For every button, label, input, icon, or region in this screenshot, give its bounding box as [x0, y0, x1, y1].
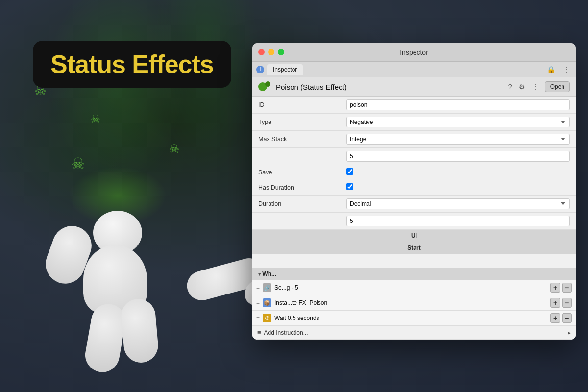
settings-button[interactable]: ⚙ [517, 82, 527, 92]
badge-title: Status Effects [50, 49, 214, 79]
add-instruction-arrow: ▸ [568, 329, 571, 336]
id-field-row: ID [252, 97, 576, 114]
instruction-actions-2: + − [550, 298, 572, 308]
ui-section-header: UI [252, 230, 576, 242]
save-value-container [346, 168, 570, 177]
tabbar: i Inspector 🔒 ⋮ [252, 62, 576, 77]
duration-select[interactable]: Decimal Integer String [346, 198, 570, 209]
max-stack-value-container: Integer Float String [346, 134, 570, 145]
max-stack-number-input[interactable] [346, 151, 570, 162]
robot-leg-right [120, 297, 159, 364]
instruction-icon-2: 📦 [263, 298, 271, 307]
instruction-label-1: Se...g - 5 [274, 284, 547, 291]
close-button[interactable] [258, 49, 265, 55]
has-duration-label: Has Duration [258, 184, 346, 191]
when-section-header[interactable]: ▾ Wh... [252, 268, 576, 280]
instruction-label-3: Wait 0.5 seconds [274, 315, 547, 321]
drag-handle-2[interactable]: = [256, 299, 260, 306]
instruction-actions-1: + − [550, 283, 572, 293]
more-button[interactable]: ⋮ [561, 65, 572, 74]
instruction-row-1: = 🔗 Se...g - 5 + − [252, 280, 576, 295]
component-more-button[interactable]: ⋮ [530, 82, 541, 92]
dot-small [265, 81, 270, 87]
status-effects-badge: Status Effects [33, 41, 231, 88]
instruction-row-3: = ⏱ Wait 0.5 seconds + − [252, 311, 576, 326]
instruction-add-2[interactable]: + [550, 298, 560, 308]
component-name: Poison (Status Effect) [276, 83, 502, 91]
inspector-window: Inspector i Inspector 🔒 ⋮ Poison (Status… [252, 43, 576, 340]
id-label: ID [258, 101, 346, 108]
window-title: Inspector [400, 49, 428, 56]
robot-figure [20, 118, 225, 392]
component-header: Poison (Status Effect) ? ⚙ ⋮ Open [252, 77, 576, 97]
component-icon [258, 81, 272, 92]
type-label: Type [258, 119, 346, 125]
drag-handle-3[interactable]: = [256, 315, 260, 321]
empty-row [252, 254, 576, 268]
tabbar-actions: 🔒 ⋮ [545, 65, 572, 74]
tab-info-icon: i [256, 66, 264, 74]
duration-label: Duration [258, 200, 346, 207]
max-stack-select[interactable]: Integer Float String [346, 134, 570, 145]
maximize-button[interactable] [278, 49, 284, 55]
instruction-add-3[interactable]: + [550, 313, 560, 323]
type-value-container: Negative Positive Neutral [346, 117, 570, 127]
save-checkbox[interactable] [346, 168, 353, 175]
max-stack-number-row [252, 148, 576, 165]
duration-number-row [252, 213, 576, 230]
max-stack-field-row: Max Stack Integer Float String [252, 131, 576, 148]
instruction-actions-3: + − [550, 313, 572, 323]
has-duration-field-row: Has Duration [252, 180, 576, 196]
when-section-label: Wh... [262, 270, 276, 277]
add-instruction-label: Add Instruction... [264, 329, 565, 336]
add-instruction-row[interactable]: ≡ Add Instruction... ▸ [252, 326, 576, 340]
duration-field-row: Duration Decimal Integer String [252, 196, 576, 213]
help-button[interactable]: ? [506, 82, 514, 92]
instruction-row-2: = 📦 Insta...te FX_Poison + − [252, 295, 576, 311]
tab-label: Inspector [273, 66, 297, 73]
type-field-row: Type Negative Positive Neutral [252, 114, 576, 131]
has-duration-value-container [346, 183, 570, 192]
instruction-remove-3[interactable]: − [562, 313, 572, 323]
save-field-row: Save [252, 165, 576, 180]
max-stack-number-container [346, 151, 570, 162]
id-input[interactable] [346, 99, 570, 110]
instruction-add-1[interactable]: + [550, 283, 560, 293]
start-section-header: Start [252, 242, 576, 254]
add-instruction-icon: ≡ [257, 329, 261, 336]
minimize-button[interactable] [268, 49, 274, 55]
inspector-content: ID Type Negative Positive Neutral Max St… [252, 97, 576, 340]
instruction-icon-1: 🔗 [263, 283, 271, 292]
instruction-icon-3: ⏱ [263, 314, 271, 322]
start-section-label: Start [407, 245, 420, 251]
drag-handle-1[interactable]: = [256, 284, 260, 291]
save-label: Save [258, 169, 346, 176]
max-stack-label: Max Stack [258, 136, 346, 143]
titlebar: Inspector [252, 43, 576, 62]
ui-section-label: UI [411, 232, 417, 239]
component-actions: ? ⚙ ⋮ [506, 82, 541, 92]
duration-number-container [346, 216, 570, 226]
instruction-remove-1[interactable]: − [562, 283, 572, 293]
duration-number-input[interactable] [346, 216, 570, 226]
has-duration-checkbox[interactable] [346, 183, 353, 190]
id-value-container [346, 99, 570, 110]
duration-value-container: Decimal Integer String [346, 198, 570, 209]
open-button[interactable]: Open [545, 81, 570, 92]
instruction-label-2: Insta...te FX_Poison [274, 299, 547, 306]
window-controls [258, 49, 284, 55]
type-select[interactable]: Negative Positive Neutral [346, 117, 570, 127]
lock-button[interactable]: 🔒 [545, 65, 557, 74]
tab-inspector[interactable]: Inspector [267, 64, 303, 75]
instruction-remove-2[interactable]: − [562, 298, 572, 308]
collapse-arrow: ▾ [258, 271, 261, 277]
